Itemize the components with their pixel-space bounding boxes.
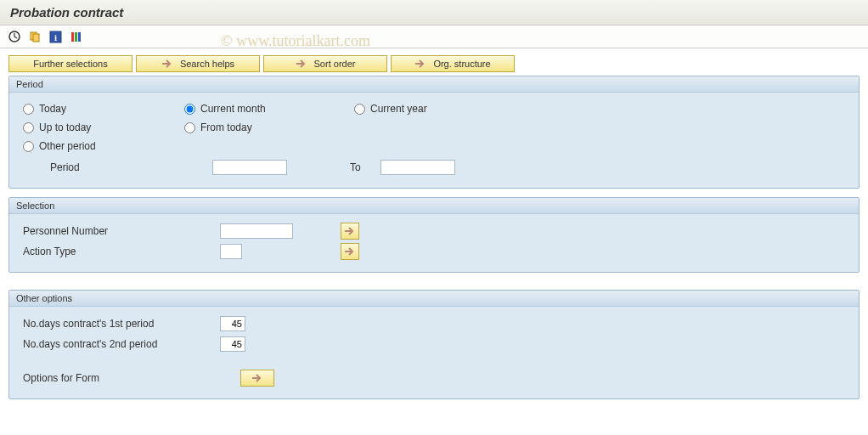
period-to-label: To [350,161,380,173]
today-radio[interactable] [23,104,34,115]
selection-panel-title: Selection [9,198,859,214]
org-structure-button[interactable]: Org. structure [391,55,515,72]
from-today-radio[interactable] [184,122,195,133]
options-form-label: Options for Form [23,372,240,384]
action-multi-select-button[interactable] [341,243,359,260]
arrow-right-icon [414,59,426,69]
action-type-input[interactable] [220,244,242,259]
period-label: Period [50,161,212,173]
current-year-label: Current year [370,103,427,115]
up-to-today-label: Up to today [39,121,91,133]
days2-label: No.days contract's 2nd period [23,338,220,350]
sort-order-button[interactable]: Sort order [263,55,387,72]
other-period-label: Other period [39,140,96,152]
personnel-number-label: Personnel Number [23,225,220,237]
further-selections-button[interactable]: Further selections [8,55,132,72]
period-panel-title: Period [9,76,859,93]
execute-icon[interactable] [7,29,22,44]
current-year-radio[interactable] [354,104,365,115]
svg-rect-7 [78,32,81,42]
other-options-panel: Other options No.days contract's 1st per… [8,290,860,399]
period-from-input[interactable] [212,160,287,175]
selection-panel: Selection Personnel Number Action Type [8,197,860,273]
svg-rect-2 [33,34,39,42]
page-title: Probation contract [0,0,868,25]
app-toolbar: i [0,25,868,48]
period-panel: Period Today Current month Current year … [8,76,860,189]
options-form-button[interactable] [240,370,274,387]
current-month-radio[interactable] [184,104,195,115]
variant-icon[interactable] [27,29,42,44]
personnel-multi-select-button[interactable] [341,223,359,240]
selection-buttons: Further selections Search helps Sort ord… [8,55,860,72]
other-period-radio[interactable] [23,141,34,152]
arrow-right-icon [296,59,307,69]
period-to-input[interactable] [380,160,455,175]
svg-text:i: i [54,32,56,42]
days2-input[interactable] [220,336,245,352]
from-today-label: From today [200,121,252,133]
main-content: Further selections Search helps Sort ord… [0,48,868,415]
search-helps-button[interactable]: Search helps [136,55,260,72]
personnel-number-input[interactable] [220,223,293,239]
svg-rect-6 [75,32,77,42]
current-month-label: Current month [200,103,266,115]
days1-input[interactable] [220,316,245,331]
info-icon[interactable]: i [48,29,63,44]
action-type-label: Action Type [23,246,220,257]
days1-label: No.days contract's 1st period [23,318,220,330]
arrow-right-icon [161,59,173,69]
up-to-today-radio[interactable] [23,122,34,133]
layout-icon[interactable] [68,29,83,44]
svg-rect-5 [71,32,74,42]
today-label: Today [39,103,66,115]
other-options-title: Other options [9,291,859,307]
